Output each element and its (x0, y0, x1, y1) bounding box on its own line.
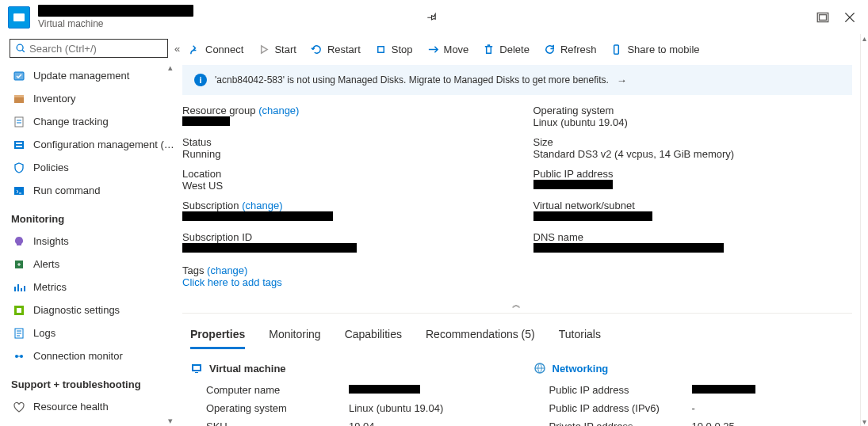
resource-group-redacted (182, 116, 230, 126)
change-subscription-link[interactable]: (change) (242, 200, 282, 211)
sidebar-item-update-management[interactable]: Update management (0, 64, 174, 87)
networking-link[interactable]: Networking (553, 363, 609, 375)
sidebar-item-change-tracking[interactable]: Change tracking (0, 110, 174, 133)
sidebar-item-alerts[interactable]: Alerts (0, 253, 174, 276)
resource-type-label: Virtual machine (38, 18, 417, 29)
public-ip-label: Public IP address (533, 168, 853, 180)
dns-label: DNS name (533, 231, 853, 243)
sidebar-group-support: Support + troubleshooting (0, 369, 174, 394)
sidebar-item-policies[interactable]: Policies (0, 156, 174, 179)
collapse-essentials-icon[interactable]: ︽ (182, 296, 852, 314)
scroll-up-icon[interactable]: ▴ (168, 63, 173, 73)
public-ip-redacted (533, 180, 613, 189)
svg-rect-1 (820, 14, 827, 20)
location-label: Location (182, 168, 502, 180)
command-bar: Connect Start Restart Stop Move Delete R… (182, 37, 852, 65)
svg-rect-19 (378, 47, 384, 53)
vm-small-icon (190, 362, 203, 375)
section-networking: Networking Public IP address Public IP a… (533, 362, 845, 426)
info-icon: i (194, 74, 207, 86)
section-virtual-machine: Virtual machine Computer name Operating … (190, 362, 502, 426)
close-icon[interactable] (843, 10, 857, 25)
start-button[interactable]: Start (251, 40, 302, 59)
networking-icon (533, 362, 546, 375)
sidebar-item-connection-monitor[interactable]: Connection monitor (0, 344, 174, 367)
svg-rect-7 (14, 141, 24, 149)
status-value: Running (182, 148, 502, 160)
change-resource-group-link[interactable]: (change) (258, 105, 299, 116)
change-tags-link[interactable]: (change) (207, 264, 247, 276)
tab-recommendations[interactable]: Recommendations (5) (426, 323, 535, 349)
sidebar-item-metrics[interactable]: Metrics (0, 276, 174, 299)
dns-redacted (533, 243, 724, 253)
vm-resource-icon (8, 6, 30, 29)
page-header: Virtual machine (0, 0, 868, 34)
main-content: Connect Start Restart Stop Move Delete R… (174, 34, 860, 426)
managed-disks-banner[interactable]: i 'acnb84042-583' is not using Managed D… (182, 65, 852, 95)
subscription-id-redacted (182, 243, 357, 253)
scroll-down-icon[interactable]: ▾ (168, 416, 173, 426)
sidebar-item-insights[interactable]: Insights (0, 230, 174, 253)
overview-essentials: Resource group (change) Status Running L… (182, 105, 852, 296)
svg-point-16 (20, 355, 23, 358)
move-button[interactable]: Move (421, 40, 476, 59)
computer-name-redacted (349, 385, 420, 394)
tab-properties[interactable]: Properties (190, 323, 245, 349)
sidebar-item-resource-health[interactable]: Resource health (0, 395, 174, 418)
search-box[interactable] (10, 39, 168, 58)
pin-icon[interactable] (422, 8, 440, 26)
search-input[interactable] (29, 43, 163, 55)
subscription-redacted (182, 211, 333, 221)
tab-monitoring[interactable]: Monitoring (269, 323, 320, 349)
svg-point-15 (15, 355, 18, 358)
search-icon (15, 43, 26, 54)
size-value: Standard DS3 v2 (4 vcpus, 14 GiB memory) (533, 148, 853, 160)
add-tags-link[interactable]: Click here to add tags (182, 276, 282, 288)
sidebar: « ▴ Update management Inventory Change t… (0, 34, 174, 426)
svg-rect-13 (17, 308, 21, 313)
svg-rect-9 (16, 146, 22, 147)
svg-rect-6 (15, 117, 23, 127)
sidebar-item-logs[interactable]: Logs (0, 321, 174, 344)
tab-capabilities[interactable]: Capabilities (345, 323, 402, 349)
sidebar-item-run-command[interactable]: Run command (0, 179, 174, 202)
arrow-right-icon: → (617, 74, 627, 86)
delete-button[interactable]: Delete (476, 40, 536, 59)
subscription-id-label: Subscription ID (182, 231, 502, 243)
os-label: Operating system (533, 105, 853, 116)
sidebar-item-configuration-management[interactable]: Configuration management (… (0, 133, 174, 156)
sidebar-item-inventory[interactable]: Inventory (0, 87, 174, 110)
status-label: Status (182, 136, 502, 148)
content-scrollbar[interactable] (860, 34, 868, 426)
sidebar-item-diagnostic-settings[interactable]: Diagnostic settings (0, 299, 174, 321)
share-to-mobile-button[interactable]: Share to mobile (604, 40, 705, 59)
size-label: Size (533, 136, 853, 148)
resource-title-redacted (38, 5, 193, 17)
net-public-ip-redacted (692, 385, 755, 394)
vnet-label: Virtual network/subnet (533, 200, 853, 211)
svg-rect-5 (14, 95, 24, 97)
detail-tabs: Properties Monitoring Capabilities Recom… (182, 321, 852, 349)
location-value: West US (182, 180, 502, 192)
sidebar-item-boot-diagnostics[interactable]: Boot diagnostics (0, 418, 174, 426)
refresh-button[interactable]: Refresh (537, 40, 603, 59)
fullscreen-icon[interactable] (816, 10, 830, 25)
svg-rect-23 (195, 372, 198, 373)
svg-point-2 (17, 44, 23, 51)
sidebar-group-monitoring: Monitoring (0, 203, 174, 228)
stop-button[interactable]: Stop (369, 40, 419, 59)
nav-scroll[interactable]: ▴ Update management Inventory Change tra… (0, 63, 174, 426)
restart-button[interactable]: Restart (304, 40, 367, 59)
svg-rect-22 (193, 366, 200, 370)
svg-rect-20 (614, 45, 619, 54)
os-value: Linux (ubuntu 19.04) (533, 116, 853, 128)
vnet-redacted (533, 211, 652, 221)
tab-tutorials[interactable]: Tutorials (559, 323, 601, 349)
svg-rect-4 (14, 97, 24, 103)
svg-rect-8 (16, 143, 22, 144)
connect-button[interactable]: Connect (182, 40, 250, 59)
